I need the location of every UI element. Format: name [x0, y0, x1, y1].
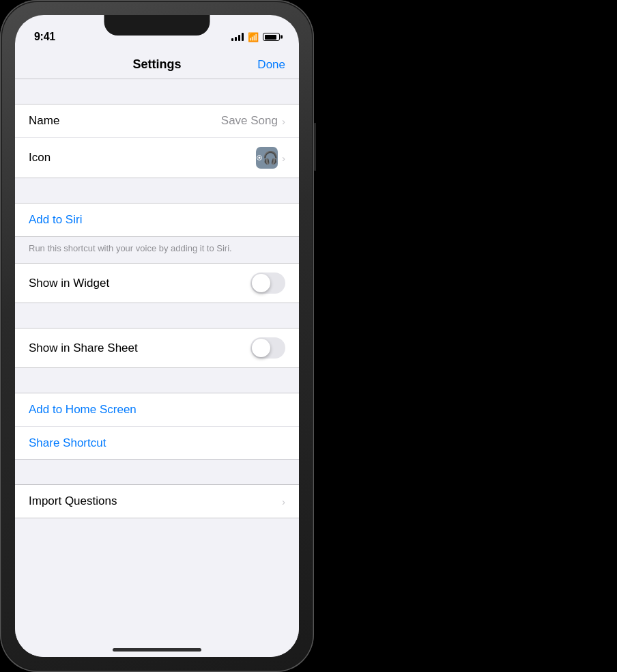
siri-description: Run this shortcut with your voice by add… — [15, 237, 299, 263]
icon-value: 🎧 › — [256, 147, 285, 169]
add-to-siri-group: Add to Siri — [15, 203, 299, 237]
svg-point-0 — [259, 157, 261, 159]
icon-chevron-icon: › — [282, 152, 285, 164]
battery-icon — [263, 33, 280, 41]
done-button[interactable]: Done — [257, 58, 285, 72]
name-label: Name — [29, 114, 59, 128]
name-chevron-icon: › — [282, 115, 285, 127]
wifi-icon: 📶 — [248, 32, 259, 42]
icon-row[interactable]: Icon 🎧 › — [15, 137, 299, 178]
signal-icon — [231, 33, 244, 41]
mid-spacer-2 — [15, 303, 299, 328]
home-bar[interactable] — [113, 648, 201, 652]
icon-preview: 🎧 — [256, 147, 278, 169]
mid-spacer-3 — [15, 368, 299, 393]
home-screen-share-group: Add to Home Screen Share Shortcut — [15, 393, 299, 460]
show-in-widget-row[interactable]: Show in Widget — [15, 264, 299, 303]
add-to-siri-row[interactable]: Add to Siri — [15, 204, 299, 236]
add-to-siri-label[interactable]: Add to Siri — [29, 213, 82, 227]
import-questions-row[interactable]: Import Questions › — [15, 485, 299, 518]
status-time: 9:41 — [34, 31, 55, 43]
share-shortcut-row[interactable]: Share Shortcut — [15, 426, 299, 459]
bottom-spacer — [15, 518, 299, 573]
content-area: Settings Done Name Save Song › Icon — [15, 49, 299, 657]
navigation-header: Settings Done — [15, 49, 299, 79]
page-title: Settings — [132, 57, 181, 72]
status-icons: 📶 — [231, 32, 280, 42]
show-in-widget-group: Show in Widget — [15, 263, 299, 303]
name-icon-group: Name Save Song › Icon — [15, 104, 299, 178]
name-row[interactable]: Name Save Song › — [15, 104, 299, 137]
mid-spacer-1 — [15, 178, 299, 203]
add-to-home-screen-row[interactable]: Add to Home Screen — [15, 393, 299, 426]
top-spacer — [15, 79, 299, 104]
show-in-share-sheet-label: Show in Share Sheet — [29, 341, 138, 355]
import-questions-label: Import Questions — [29, 494, 117, 508]
show-in-widget-label: Show in Widget — [29, 277, 109, 290]
show-in-share-sheet-toggle[interactable] — [250, 337, 285, 359]
add-to-home-screen-label[interactable]: Add to Home Screen — [29, 403, 137, 417]
show-in-share-sheet-row[interactable]: Show in Share Sheet — [15, 328, 299, 367]
name-value: Save Song › — [221, 114, 285, 128]
mid-spacer-4 — [15, 460, 299, 484]
icon-label: Icon — [29, 151, 51, 165]
share-shortcut-label[interactable]: Share Shortcut — [29, 436, 106, 450]
import-questions-chevron-icon: › — [282, 496, 285, 507]
show-in-widget-toggle[interactable] — [250, 272, 285, 294]
notch — [104, 15, 210, 36]
import-questions-group: Import Questions › — [15, 484, 299, 518]
show-in-share-sheet-group: Show in Share Sheet — [15, 328, 299, 368]
